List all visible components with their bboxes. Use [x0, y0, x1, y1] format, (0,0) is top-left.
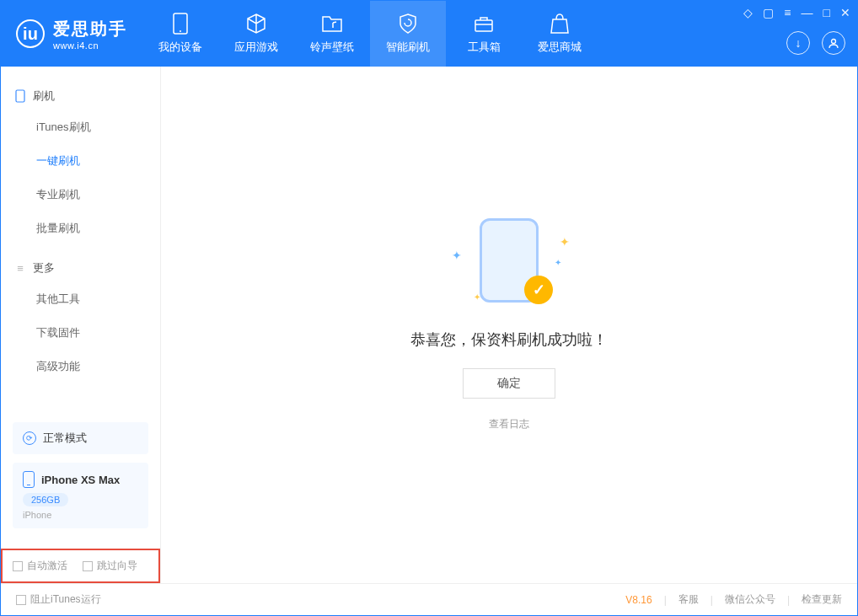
- checkbox-auto-activate[interactable]: 自动激活: [13, 559, 67, 573]
- bag-icon: [549, 13, 571, 35]
- maximize-button[interactable]: □: [823, 6, 830, 19]
- wechat-link[interactable]: 微信公众号: [725, 592, 775, 607]
- device-type: iPhone: [23, 510, 138, 520]
- main-content: ✓ ✦✦✦✦ 恭喜您，保资料刷机成功啦！ 确定 查看日志: [161, 67, 857, 583]
- mode-label: 正常模式: [43, 431, 87, 446]
- sidebar-item-other-tools[interactable]: 其他工具: [1, 282, 160, 316]
- device-name: iPhone XS Max: [41, 474, 120, 486]
- device-icon: [169, 13, 191, 35]
- checkmark-icon: ✓: [524, 276, 553, 304]
- tab-smart-flash[interactable]: 智能刷机: [370, 1, 446, 67]
- sidebar-item-advanced[interactable]: 高级功能: [1, 350, 160, 383]
- version-label: V8.16: [625, 594, 652, 606]
- svg-rect-2: [475, 20, 492, 31]
- tab-ringtones[interactable]: 铃声壁纸: [294, 1, 370, 67]
- tab-store[interactable]: 爱思商城: [522, 1, 598, 67]
- sidebar: 刷机 iTunes刷机 一键刷机 专业刷机 批量刷机 ≡ 更多 其他工具 下载固…: [1, 67, 161, 583]
- checkbox-skip-guide[interactable]: 跳过向导: [83, 559, 137, 573]
- view-log-link[interactable]: 查看日志: [489, 417, 529, 431]
- ok-button[interactable]: 确定: [463, 368, 555, 399]
- tab-toolbox[interactable]: 工具箱: [446, 1, 522, 67]
- list-icon: ≡: [14, 262, 26, 274]
- header: iu 爱思助手 www.i4.cn 我的设备 应用游戏 铃声壁纸 智能刷机 工具…: [1, 1, 857, 67]
- shield-icon: [397, 13, 419, 35]
- minimize-button[interactable]: —: [802, 6, 813, 19]
- sidebar-item-itunes-flash[interactable]: iTunes刷机: [1, 110, 160, 144]
- logo-icon: iu: [16, 19, 45, 48]
- cube-icon: [245, 13, 267, 35]
- toolbox-icon: [473, 13, 495, 35]
- bottom-checks-highlighted: 自动激活 跳过向导: [1, 549, 160, 583]
- sidebar-item-oneclick-flash[interactable]: 一键刷机: [1, 144, 160, 178]
- logo[interactable]: iu 爱思助手 www.i4.cn: [1, 18, 142, 51]
- close-button[interactable]: ✕: [840, 6, 850, 19]
- device-phone-icon: [23, 471, 35, 488]
- window-controls: ◇ ▢ ≡ — □ ✕: [743, 6, 850, 19]
- user-button[interactable]: [822, 31, 845, 55]
- svg-point-1: [180, 30, 181, 32]
- success-message: 恭喜您，保资料刷机成功啦！: [410, 329, 608, 350]
- phone-small-icon: [14, 90, 26, 102]
- support-link[interactable]: 客服: [678, 592, 699, 607]
- svg-rect-4: [16, 90, 24, 102]
- mode-card[interactable]: ⟳ 正常模式: [13, 422, 148, 454]
- sidebar-section-more[interactable]: ≡ 更多: [1, 254, 160, 282]
- logo-subtitle: www.i4.cn: [53, 40, 127, 51]
- music-folder-icon: [321, 13, 343, 35]
- success-illustration: ✓ ✦✦✦✦: [450, 218, 568, 311]
- nav-tabs: 我的设备 应用游戏 铃声壁纸 智能刷机 工具箱 爱思商城: [142, 1, 598, 67]
- storage-badge: 256GB: [23, 493, 68, 506]
- sidebar-section-flash[interactable]: 刷机: [1, 82, 160, 110]
- download-button[interactable]: ↓: [786, 31, 810, 55]
- svg-point-3: [832, 40, 836, 44]
- menu-icon[interactable]: ≡: [784, 6, 791, 19]
- tshirt-icon[interactable]: ◇: [743, 6, 753, 19]
- tab-apps-games[interactable]: 应用游戏: [218, 1, 294, 67]
- feedback-icon[interactable]: ▢: [763, 6, 774, 19]
- header-right-buttons: ↓: [786, 31, 845, 55]
- logo-text: 爱思助手: [53, 18, 127, 40]
- sidebar-item-pro-flash[interactable]: 专业刷机: [1, 178, 160, 212]
- device-card[interactable]: iPhone XS Max 256GB iPhone: [13, 463, 148, 528]
- sidebar-item-batch-flash[interactable]: 批量刷机: [1, 212, 160, 245]
- sidebar-item-download-firmware[interactable]: 下载固件: [1, 316, 160, 350]
- mode-icon: ⟳: [23, 431, 36, 445]
- footer: 阻止iTunes运行 V8.16 | 客服 | 微信公众号 | 检查更新: [1, 583, 857, 615]
- check-update-link[interactable]: 检查更新: [802, 592, 842, 607]
- checkbox-stop-itunes[interactable]: 阻止iTunes运行: [16, 592, 101, 607]
- tab-my-device[interactable]: 我的设备: [142, 1, 218, 67]
